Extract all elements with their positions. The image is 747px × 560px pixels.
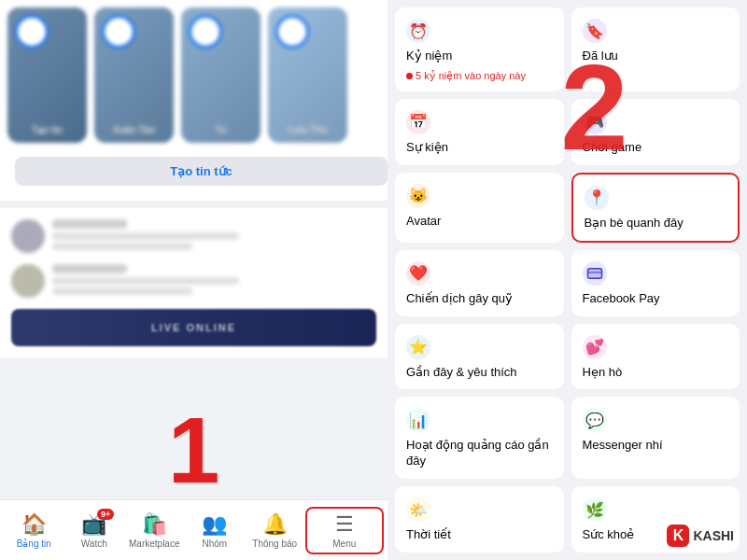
hen-ho-label: Hẹn hò [583,365,623,381]
svg-rect-2 [587,271,601,273]
menu-item-su-kien[interactable]: 📅 Sự kiện [395,99,564,165]
menu-icon: ☰ [335,512,354,537]
story-avatar-2 [102,15,135,49]
menu-item-chien-dich[interactable]: ❤️ Chiến dịch gây quỹ [395,250,564,316]
create-story-button[interactable]: Tạo tin tức [15,157,388,186]
story-avatar-4 [275,15,309,49]
menu-item-avatar[interactable]: 😺 Avatar [395,173,564,243]
menu-item-gan-day[interactable]: ⭐ Gần đây & yêu thích [395,324,564,390]
menu-item-hen-ho[interactable]: 💕 Hẹn hò [571,324,740,390]
ky-niem-sub: 5 kỷ niệm vào ngày này [406,70,526,82]
nav-label-home: Bảng tin [17,539,51,549]
menu-item-facebook-pay[interactable]: Facebook Pay [571,250,740,316]
story-avatar-3 [189,15,222,49]
story-name-3: Tú [185,125,257,135]
ban-be-icon: 📍 [585,186,609,210]
menu-item-da-luu[interactable]: 🔖 Đã lưu [571,7,740,91]
gan-day-label: Gần đây & yêu thích [406,365,517,381]
story-card-2[interactable]: Xuân Tân [94,7,174,143]
gan-day-icon: ⭐ [406,335,430,359]
post-content-2 [52,264,376,298]
facebook-pay-label: Facebook Pay [583,291,660,307]
post-content-1 [52,219,376,253]
choi-game-label: Chơi game [583,140,642,156]
post-avatar-1 [11,219,45,253]
messenger-nhi-icon: 💬 [583,408,607,432]
da-luu-label: Đã lưu [583,49,618,64]
post-name-2 [52,264,127,273]
facebook-pay-icon [583,261,607,286]
menu-item-thoi-tiet[interactable]: 🌤️ Thời tiết [395,486,564,553]
su-kien-label: Sự kiện [406,140,448,156]
avatar-icon: 😺 [406,184,430,208]
su-kien-icon: 📅 [406,110,430,134]
hoat-dong-icon: 📊 [406,408,430,432]
suc-khoe-icon: 🌿 [583,497,607,522]
post-name-1 [52,219,127,229]
story-name-1: Tạo tin [11,125,83,135]
thoi-tiet-icon: 🌤️ [406,497,430,522]
bottom-nav: 🏠 Bảng tin 📺 9+ Watch 🛍️ Marketplace 👥 N… [0,499,388,560]
ky-niem-label: Kỷ niệm [406,49,452,64]
marketplace-icon: 🛍️ [142,512,167,537]
nav-item-marketplace[interactable]: 🛍️ Marketplace [124,509,185,553]
choi-game-icon: 🎮 [583,110,607,134]
post-item-2 [11,264,376,298]
story-card-4[interactable]: Lulu Thu [268,7,347,143]
nav-label-marketplace: Marketplace [129,539,179,549]
story-avatar-1 [15,15,49,49]
nav-label-watch: Watch [81,539,107,549]
da-luu-icon: 🔖 [583,19,607,43]
post-avatar-2 [11,264,45,298]
feed-section: LIVE ONLINE [0,208,388,357]
notifications-icon: 🔔 [262,512,288,537]
post-item-1 [11,219,376,253]
ky-niem-icon: ⏰ [406,19,430,43]
nav-item-notifications[interactable]: 🔔 Thông báo [245,509,305,553]
groups-icon: 👥 [202,512,227,537]
watermark: K KASHI [667,525,734,547]
menu-item-ban-be-quanh-day[interactable]: 📍 Bạn bè quanh đây [571,173,740,243]
menu-item-messenger-nhi[interactable]: 💬 Messenger nhí [571,397,740,479]
post-text2-2 [52,287,192,295]
step-number-1: 1 [168,397,220,504]
watch-badge: 9+ [97,509,114,520]
post-text2-1 [52,243,192,250]
menu-item-ky-niem[interactable]: ⏰ Kỷ niệm 5 kỷ niệm vào ngày này [395,7,564,91]
home-icon: 🏠 [21,512,47,537]
nav-label-menu: Menu [332,539,356,549]
hoat-dong-label: Hoạt động quảng cáo gần đây [406,438,553,469]
messenger-nhi-label: Messenger nhí [583,438,663,454]
nav-label-groups: Nhóm [202,539,227,549]
story-name-4: Lulu Thu [272,125,344,135]
menu-item-suc-khoe[interactable]: 🌿 Sức khoẻ K KASHI [571,486,740,553]
nav-item-groups[interactable]: 👥 Nhóm [185,509,246,553]
menu-grid: ⏰ Kỷ niệm 5 kỷ niệm vào ngày này 🔖 Đã lư… [388,0,747,560]
stories-section: Tạo tin Xuân Tân Tú Lulu Thu [0,0,388,149]
thoi-tiet-label: Thời tiết [406,527,451,543]
right-panel: 2 ⏰ Kỷ niệm 5 kỷ niệm vào ngày này 🔖 Đã … [388,0,747,560]
chien-dich-label: Chiến dịch gây quỹ [406,291,513,307]
watch-icon: 📺 9+ [81,512,106,537]
nav-label-notifications: Thông báo [252,539,297,549]
nav-item-home[interactable]: 🏠 Bảng tin [4,509,64,553]
watermark-k: K [667,525,689,547]
post-text-2 [52,277,239,285]
avatar-label: Avatar [406,214,441,230]
ban-be-label: Bạn bè quanh đây [585,216,684,231]
suc-khoe-label: Sức khoẻ [583,527,635,543]
menu-item-hoat-dong[interactable]: 📊 Hoạt động quảng cáo gần đây [395,397,564,479]
hen-ho-icon: 💕 [583,335,607,359]
nav-item-watch[interactable]: 📺 9+ Watch [64,509,125,553]
story-card-3[interactable]: Tú [181,7,261,143]
right-panel-container: 2 ⏰ Kỷ niệm 5 kỷ niệm vào ngày này 🔖 Đã … [388,0,747,560]
nav-item-menu[interactable]: ☰ Menu [305,507,385,554]
watermark-text: KASHI [693,528,734,543]
story-name-2: Xuân Tân [98,125,170,135]
menu-item-choi-game[interactable]: 🎮 Chơi game [571,99,740,165]
post-text-1 [52,232,239,240]
chien-dich-icon: ❤️ [406,261,430,286]
ky-niem-dot [406,73,413,79]
left-panel: Tạo tin Xuân Tân Tú Lulu Thu Tạo tin tức [0,0,388,560]
story-card-1[interactable]: Tạo tin [7,7,87,143]
